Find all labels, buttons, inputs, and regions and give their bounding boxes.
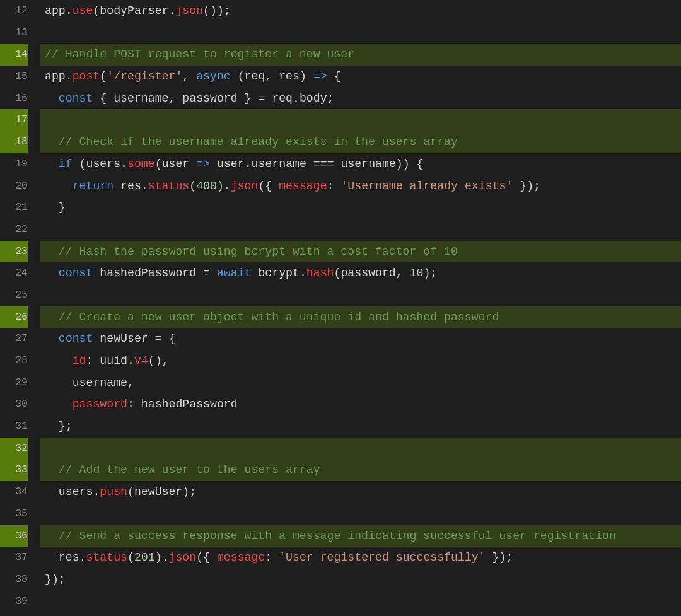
code-token: res bbox=[279, 70, 300, 83]
code-line[interactable] bbox=[40, 438, 681, 460]
code-line[interactable] bbox=[40, 591, 681, 613]
code-token: username bbox=[340, 158, 395, 170]
code-token bbox=[45, 92, 59, 105]
code-token: id bbox=[73, 354, 86, 367]
code-token: . bbox=[66, 70, 73, 83]
code-token bbox=[45, 245, 59, 258]
line-number: 37 bbox=[0, 547, 28, 569]
code-token: // Add the new user to the users array bbox=[59, 463, 320, 476]
code-token bbox=[114, 180, 120, 192]
code-token: }); bbox=[45, 573, 66, 586]
code-line[interactable]: // Create a new user object with a uniqu… bbox=[40, 306, 681, 328]
code-token: ) bbox=[300, 70, 313, 83]
code-line[interactable]: // Handle POST request to register a new… bbox=[40, 44, 681, 66]
code-token: : bbox=[127, 398, 141, 410]
code-token: ( bbox=[127, 485, 134, 498]
line-number: 39 bbox=[0, 591, 28, 613]
code-token: // Create a new user object with a uniqu… bbox=[59, 311, 499, 323]
code-token bbox=[45, 136, 59, 148]
code-editor[interactable]: 1213141516171819202122232425262728293031… bbox=[0, 0, 681, 616]
code-token: use bbox=[73, 4, 93, 17]
code-token: , bbox=[169, 92, 183, 105]
code-line[interactable]: password: hashedPassword bbox=[40, 393, 681, 416]
code-line[interactable]: id: uuid.v4(), bbox=[40, 350, 681, 372]
code-token: app bbox=[45, 4, 66, 17]
code-token: username bbox=[252, 158, 306, 170]
code-area[interactable]: app.use(bodyParser.json());// Handle POS… bbox=[40, 0, 681, 616]
code-line[interactable]: } bbox=[40, 197, 681, 219]
code-token bbox=[45, 311, 59, 323]
code-line[interactable]: // Send a success response with a messag… bbox=[40, 525, 681, 547]
code-line[interactable]: // Add the new user to the users array bbox=[40, 459, 681, 481]
code-token: ( bbox=[189, 180, 196, 192]
code-line[interactable] bbox=[40, 503, 681, 525]
code-token: . bbox=[93, 485, 100, 498]
code-token: '/register' bbox=[107, 70, 182, 83]
line-number: 19 bbox=[0, 153, 28, 175]
code-token: ({ bbox=[258, 180, 279, 192]
code-token: 10 bbox=[410, 267, 424, 279]
code-token: body bbox=[300, 92, 327, 105]
code-line[interactable] bbox=[40, 219, 681, 241]
line-number: 28 bbox=[0, 350, 28, 372]
code-line[interactable]: res.status(201).json({ message: 'User re… bbox=[40, 547, 681, 569]
code-line[interactable]: const newUser = { bbox=[40, 328, 681, 350]
code-token: user bbox=[217, 158, 245, 170]
code-token: , bbox=[127, 376, 134, 389]
line-number: 36 bbox=[0, 525, 28, 547]
code-token: json bbox=[175, 4, 203, 17]
code-token: hashedPassword bbox=[141, 398, 238, 410]
code-token: res bbox=[120, 180, 141, 192]
code-token bbox=[93, 332, 100, 345]
code-line[interactable] bbox=[40, 284, 681, 306]
code-token bbox=[251, 267, 258, 279]
code-line[interactable] bbox=[40, 109, 681, 131]
code-token: async bbox=[196, 70, 231, 83]
code-line[interactable]: if (users.some(user => user.username ===… bbox=[40, 153, 681, 175]
code-token: }; bbox=[45, 420, 73, 433]
code-line[interactable]: // Hash the password using bcrypt with a… bbox=[40, 241, 681, 263]
code-line[interactable]: users.push(newUser); bbox=[40, 481, 681, 503]
code-token bbox=[45, 180, 73, 192]
code-token bbox=[45, 463, 59, 476]
line-number: 33 bbox=[0, 459, 28, 481]
code-line[interactable] bbox=[40, 22, 681, 44]
code-line[interactable]: const { username, password } = req.body; bbox=[40, 88, 681, 110]
code-token: username bbox=[114, 92, 168, 105]
code-line[interactable]: app.post('/register', async (req, res) =… bbox=[40, 66, 681, 88]
code-token: . bbox=[169, 4, 176, 17]
code-line[interactable]: app.use(bodyParser.json()); bbox=[40, 0, 681, 22]
code-token bbox=[45, 551, 59, 564]
code-line[interactable]: const hashedPassword = await bcrypt.hash… bbox=[40, 262, 681, 284]
code-token: bcrypt bbox=[258, 267, 300, 279]
code-token: , bbox=[396, 267, 410, 279]
code-token bbox=[189, 158, 196, 170]
code-token: uuid bbox=[100, 354, 127, 367]
code-token: = bbox=[196, 267, 217, 279]
code-token: ( bbox=[334, 267, 341, 279]
code-token bbox=[45, 158, 59, 170]
code-token: res bbox=[59, 551, 79, 564]
code-line[interactable]: username, bbox=[40, 372, 681, 394]
code-token: app bbox=[45, 70, 66, 83]
code-token: : bbox=[86, 354, 100, 367]
code-token: req bbox=[245, 70, 265, 83]
code-token: . bbox=[66, 4, 73, 17]
code-line[interactable]: }); bbox=[40, 569, 681, 591]
code-line[interactable]: }; bbox=[40, 416, 681, 438]
code-token: => bbox=[196, 158, 210, 170]
code-token: 201 bbox=[134, 551, 155, 564]
code-token: users bbox=[59, 485, 93, 498]
code-token: message bbox=[217, 551, 265, 564]
line-number: 29 bbox=[0, 372, 28, 394]
code-token: password bbox=[340, 267, 395, 279]
code-token bbox=[45, 376, 73, 389]
code-line[interactable]: // Check if the username already exists … bbox=[40, 131, 681, 153]
code-token: , bbox=[182, 70, 196, 83]
line-number: 17 bbox=[0, 109, 28, 131]
code-token: { bbox=[93, 92, 114, 105]
code-token: = { bbox=[148, 332, 176, 345]
code-line[interactable]: return res.status(400).json({ message: '… bbox=[40, 175, 681, 197]
code-token: push bbox=[100, 485, 127, 498]
code-token: 'User registered successfully' bbox=[279, 551, 485, 564]
